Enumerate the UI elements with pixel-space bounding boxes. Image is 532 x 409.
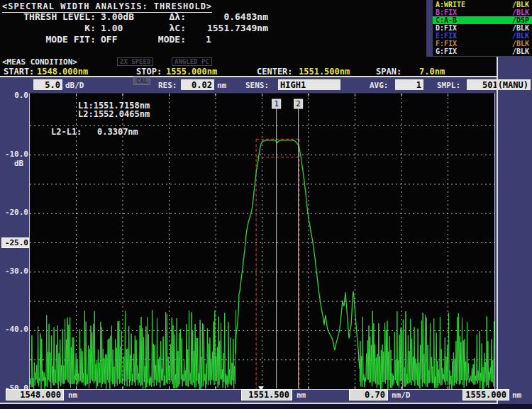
level-scale-unit: dB/D [65, 81, 84, 90]
start-value[interactable]: 1548.000nm [37, 67, 88, 77]
trace-name: E:FIX [436, 32, 457, 40]
analysis-header-panel: <SPECTRAL WIDTH ANALYSIS: THRESHOLD> THR… [0, 0, 426, 57]
span-label: SPAN: [376, 67, 401, 77]
trace-row-a[interactable]: A:WRITE/BLK [433, 1, 532, 9]
mode-label: MODE: [142, 34, 186, 45]
avg-label: AVG: [370, 81, 389, 90]
sens-field[interactable]: HIGH1 [278, 79, 340, 90]
trace-name: G:FIX [436, 47, 457, 55]
delta-lambda-label: Δλ: [142, 11, 186, 22]
x-start-field[interactable]: 1548.000 [6, 389, 64, 400]
meas-condition-panel: <MEAS CONDITION> 2X SPEED ANGLED PC STAR… [0, 57, 498, 77]
noise-floor-left [30, 310, 235, 389]
trace-row-c[interactable]: C:A-B/DSP [433, 16, 532, 24]
y-axis-label: -40.0 [1, 325, 28, 334]
trace-name: A:WRITE [436, 1, 465, 9]
trace-row-f[interactable]: F:FIX/BLK [433, 40, 532, 47]
cal-badge: CAL [133, 77, 150, 85]
span-value[interactable]: 7.0nm [419, 67, 445, 77]
smpl-field[interactable]: 501(MANU) [467, 79, 531, 90]
avg-field[interactable]: 1 [395, 79, 423, 90]
center-tick-icon [258, 386, 264, 391]
connector-badge: ANGLED PC [172, 57, 212, 66]
trace-status: /BLK [512, 32, 529, 40]
trace-status: /BLK [512, 40, 529, 47]
thresh-level-value[interactable]: 3.00dB [101, 11, 134, 22]
bottom-edge-strip [0, 404, 532, 409]
speed-badge: 2X SPEED [117, 57, 153, 66]
lambda-c-value: 1551.7349nm [190, 23, 268, 33]
k-label: K: [14, 23, 96, 33]
smpl-label: SMPL: [437, 81, 460, 90]
x-stop-field[interactable]: 1555.000 [462, 389, 509, 400]
mode-value: 1 [206, 34, 211, 45]
trace-row-g[interactable]: G:FIX/BLK [433, 47, 532, 55]
stop-label: STOP: [136, 67, 162, 77]
noise-floor-right [360, 311, 494, 389]
x-start-unit: nm [68, 391, 77, 400]
y-axis-unit: dB [14, 159, 23, 168]
spectrum-plot-svg: 12 [30, 94, 494, 389]
meas-condition-title: <MEAS CONDITION> [2, 57, 77, 67]
start-label: START: [4, 67, 34, 77]
x-center-unit: nm [297, 391, 306, 400]
sens-label: SENS: [245, 81, 269, 90]
trace-status: /BLK [512, 47, 529, 55]
trace-list-panel: A:WRITE/BLKB:FIX/BLKC:A-B/DSPD:FIX/BLKE:… [429, 0, 532, 56]
stop-value[interactable]: 1555.000nm [166, 67, 217, 77]
spectrum-trace [235, 140, 360, 369]
trace-name: C:A-B [436, 16, 457, 24]
trace-row-e[interactable]: E:FIX/BLK [433, 32, 532, 40]
x-scale-field[interactable]: 0.70 [349, 389, 388, 400]
trace-row-b[interactable]: B:FIX/BLK [433, 9, 532, 16]
thresh-level-label: THRESH LEVEL: [14, 11, 96, 22]
lambda-c-label: λC: [142, 23, 186, 33]
trace-name: B:FIX [436, 9, 457, 16]
trace-status: /BLK [512, 1, 529, 9]
l2-annotation: L2:1552.0465nm [78, 109, 150, 119]
y-axis-label: -20.0 [1, 208, 28, 217]
x-scale-unit: nm/D [392, 391, 411, 400]
res-field[interactable]: 0.02 [181, 79, 214, 90]
trace-row-d[interactable]: D:FIX/BLK [433, 24, 532, 32]
mode-fit-value[interactable]: OFF [101, 34, 117, 45]
x-center-field[interactable]: 1551.500 [241, 389, 292, 400]
y-axis-label: 0.0 [1, 91, 28, 100]
center-value[interactable]: 1551.500nm [299, 67, 350, 77]
trace-status: /DSP [512, 16, 529, 24]
l2-l1-annotation: L2-L1: 0.3307nm [51, 127, 138, 137]
y-axis-label: -30.0 [1, 267, 28, 276]
k-value[interactable]: 1.00 [101, 23, 123, 33]
x-stop-unit: nm [512, 391, 521, 400]
trace-status: /BLK [512, 9, 529, 16]
marker-2-label: 2 [297, 100, 301, 108]
y-axis-label: -10.0 [1, 150, 28, 159]
delta-lambda-value: 0.6483nm [190, 11, 268, 22]
ref-level-label: -25.0 [1, 237, 29, 248]
level-scale-field[interactable]: 5.0 [33, 79, 62, 90]
frame-right-line [497, 57, 498, 404]
center-label: CENTER: [257, 67, 293, 77]
res-label: RES: [158, 81, 177, 90]
trace-status: /BLK [512, 24, 529, 32]
marker-1-label: 1 [275, 100, 279, 108]
spectrum-plot: 12 [29, 93, 495, 390]
res-unit: nm [217, 81, 226, 90]
trace-name: D:FIX [436, 24, 457, 32]
mode-fit-label: MODE FIT: [14, 34, 96, 45]
trace-name: F:FIX [436, 40, 457, 47]
